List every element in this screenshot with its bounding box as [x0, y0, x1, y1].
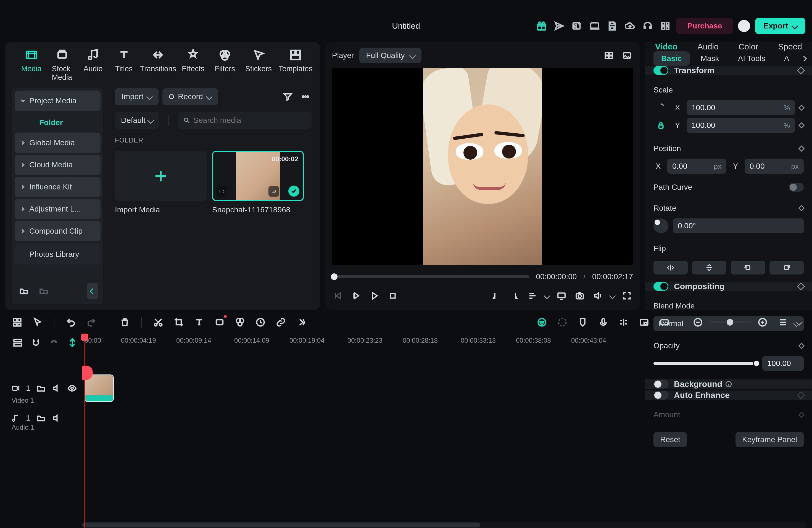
media-clip-tile[interactable]: 00:00:02	[212, 151, 304, 201]
cloud-upload-icon[interactable]	[624, 20, 636, 32]
sidebar-item-global-media[interactable]: Global Media	[15, 133, 101, 153]
more-tools-icon[interactable]	[295, 316, 308, 329]
keyframe-diamond-icon[interactable]	[798, 205, 805, 211]
subtab-next-icon[interactable]	[798, 53, 809, 64]
zoom-slider[interactable]	[710, 321, 751, 323]
import-media-tile[interactable]: +	[115, 151, 207, 201]
more-icon[interactable]	[300, 91, 311, 103]
grid-icon[interactable]	[659, 20, 671, 32]
rotate-cw-button[interactable]	[769, 261, 804, 275]
subtab-basic[interactable]: Basic	[653, 52, 690, 66]
path-curve-toggle[interactable]	[789, 183, 804, 192]
tab-transitions[interactable]: Transitions	[144, 48, 172, 82]
delete-icon[interactable]	[118, 316, 131, 329]
rotate-dial[interactable]	[653, 218, 668, 233]
sidebar-item-compound-clip[interactable]: Compound Clip	[15, 221, 101, 241]
transform-toggle[interactable]	[653, 66, 668, 75]
tab-effects[interactable]: Effects	[182, 48, 204, 82]
filter-icon[interactable]	[282, 91, 294, 103]
tab-stock-media[interactable]: Stock Media	[52, 48, 73, 82]
keyframe-diamond-icon[interactable]	[797, 282, 805, 290]
track-height-icon[interactable]	[777, 316, 789, 329]
pip-icon[interactable]	[637, 316, 651, 329]
keyframe-diamond-icon[interactable]	[798, 122, 805, 129]
inspector-tab-video[interactable]: Video	[650, 42, 682, 52]
marker-icon[interactable]	[576, 316, 590, 329]
subtab-ai-tools[interactable]: AI Tools	[730, 52, 773, 66]
speed-icon[interactable]	[254, 316, 267, 329]
horizontal-scrollbar[interactable]	[82, 522, 806, 528]
tab-audio[interactable]: Audio	[83, 48, 104, 82]
fullscreen-icon[interactable]	[621, 290, 633, 302]
video-lane[interactable]	[82, 372, 807, 404]
sidebar-item-influence-kit[interactable]: Influence Kit	[15, 177, 101, 197]
timeline-view-icon[interactable]	[11, 336, 24, 349]
pos-y-input[interactable]: px	[744, 159, 804, 174]
chevron-down-icon[interactable]	[797, 318, 801, 327]
folder-remove-icon[interactable]	[38, 285, 50, 297]
quality-dropdown[interactable]: Full Quality	[359, 48, 421, 63]
rotate-ccw-button[interactable]	[731, 261, 765, 275]
stop-icon[interactable]	[387, 290, 399, 302]
zoom-out-icon[interactable]	[691, 316, 705, 329]
image-icon[interactable]	[621, 49, 633, 62]
send-icon[interactable]	[553, 20, 565, 32]
display-icon[interactable]	[555, 290, 568, 302]
save-icon[interactable]	[607, 20, 618, 32]
purchase-button[interactable]: Purchase	[676, 18, 733, 34]
sidebar-item-adjustment[interactable]: Adjustment L...	[15, 199, 101, 219]
tab-titles[interactable]: Titles	[114, 48, 134, 82]
pointer-icon[interactable]	[31, 316, 44, 329]
inspector-tab-speed[interactable]: Speed	[773, 42, 807, 52]
flip-horizontal-button[interactable]	[653, 261, 688, 275]
gift-icon[interactable]	[536, 20, 547, 32]
subtab-mask[interactable]: Mask	[693, 52, 727, 66]
compositing-toggle[interactable]	[653, 282, 668, 291]
keyframe-diamond-icon[interactable]	[798, 146, 805, 152]
sidebar-item-cloud-media[interactable]: Cloud Media	[15, 155, 101, 175]
chevron-down-icon[interactable]	[545, 291, 549, 300]
track-layout-icon[interactable]	[11, 316, 24, 329]
tab-filters[interactable]: Filters	[214, 48, 235, 82]
search-media[interactable]	[178, 112, 311, 129]
inspector-tab-audio[interactable]: Audio	[692, 42, 724, 52]
headset-icon[interactable]	[642, 20, 653, 32]
inspector-tab-color[interactable]: Color	[734, 42, 764, 52]
zoom-handle[interactable]	[727, 319, 733, 326]
prev-frame-icon[interactable]	[332, 290, 344, 302]
subtab-more[interactable]: A	[777, 52, 797, 66]
folder-icon[interactable]	[37, 413, 46, 423]
search-input[interactable]	[193, 116, 307, 125]
new-folder-icon[interactable]	[18, 285, 30, 297]
section-compositing[interactable]: Compositing	[645, 282, 812, 291]
image-add-icon[interactable]	[571, 20, 583, 32]
visibility-icon[interactable]	[68, 384, 77, 393]
align-icon[interactable]	[526, 290, 539, 302]
collapse-sidebar-button[interactable]	[87, 283, 98, 299]
text-icon[interactable]	[192, 316, 206, 329]
undo-icon[interactable]	[64, 316, 77, 329]
sidebar-item-photos-library[interactable]: Photos Library	[15, 244, 101, 265]
scale-x-input[interactable]: %	[686, 100, 795, 115]
tab-media[interactable]: Media	[21, 48, 42, 82]
mark-in-icon[interactable]	[490, 290, 502, 302]
sort-dropdown[interactable]: Default	[115, 112, 159, 129]
audio-lane[interactable]	[82, 404, 807, 432]
ai-assist-icon[interactable]	[535, 316, 549, 329]
scrub-bar[interactable]	[332, 275, 529, 278]
snap-icon[interactable]	[66, 336, 79, 349]
flip-vertical-button[interactable]	[692, 261, 726, 275]
play-icon[interactable]	[368, 290, 381, 302]
link-icon[interactable]	[274, 316, 288, 329]
mute-icon[interactable]	[52, 384, 61, 393]
link-track-icon[interactable]	[47, 336, 61, 349]
clip-preview-icon[interactable]	[269, 186, 279, 196]
scrub-handle[interactable]	[331, 274, 337, 280]
lock-link-icon[interactable]	[656, 120, 666, 130]
record-button[interactable]: Record	[162, 88, 218, 105]
circle-dashed-icon[interactable]	[556, 316, 569, 329]
zoom-in-icon[interactable]	[756, 316, 769, 329]
step-back-icon[interactable]	[350, 290, 362, 302]
audio-mix-icon[interactable]	[617, 316, 630, 329]
cut-icon[interactable]	[151, 316, 165, 329]
